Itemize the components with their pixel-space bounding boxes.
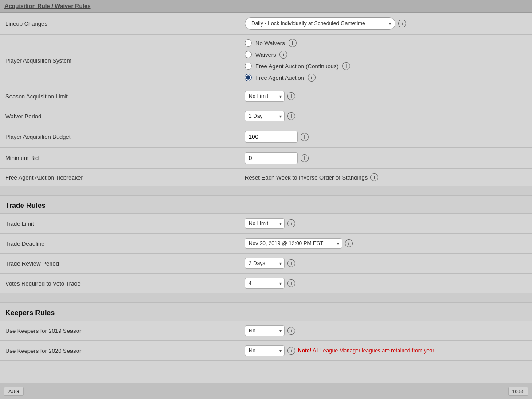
- radio-item-waivers: Waivers i: [245, 51, 527, 59]
- radio-waivers[interactable]: [245, 51, 252, 58]
- radio-item-faa: Free Agent Auction i: [245, 74, 527, 82]
- page-wrapper: Acquisition Rule / Waiver Rules Lineup C…: [0, 0, 532, 399]
- votes-required-info-icon[interactable]: i: [287, 279, 295, 287]
- keepers-2019-control: No Yes i: [239, 321, 532, 341]
- minimum-bid-input[interactable]: 0: [245, 152, 298, 164]
- waiver-period-control: 1 Day 2 Days3 Days i: [239, 106, 532, 126]
- waiver-period-info-icon[interactable]: i: [287, 112, 295, 120]
- votes-required-control: 4 356 i: [239, 274, 532, 293]
- faa-continuous-info-icon[interactable]: i: [342, 62, 350, 70]
- season-acquisition-info-icon[interactable]: i: [287, 92, 295, 100]
- waivers-info-icon[interactable]: i: [279, 51, 287, 59]
- radio-faa-continuous[interactable]: [245, 63, 252, 70]
- trade-deadline-dropdown-wrapper: Nov 20, 2019 @ 12:00 PM EST Nov 13, 2019…: [245, 238, 342, 249]
- trade-deadline-dropdown[interactable]: Nov 20, 2019 @ 12:00 PM EST Nov 13, 2019…: [245, 238, 342, 249]
- waiver-period-row: Waiver Period 1 Day 2 Days3 Days i: [0, 106, 532, 126]
- trade-limit-info-icon[interactable]: i: [287, 219, 295, 227]
- minimum-bid-label: Minimum Bid: [0, 148, 239, 169]
- keepers-2019-info-icon[interactable]: i: [287, 327, 295, 335]
- keepers-2020-dropdown[interactable]: No Yes: [245, 345, 285, 356]
- trade-review-dropdown[interactable]: 2 Days 1 Day3 Days: [245, 258, 285, 269]
- keepers-2020-info-icon[interactable]: i: [287, 347, 295, 355]
- lineup-changes-dropdown-wrapper: Daily - Lock individually at Scheduled G…: [245, 17, 395, 30]
- no-waivers-info-icon[interactable]: i: [289, 39, 297, 47]
- trade-deadline-controls: Nov 20, 2019 @ 12:00 PM EST Nov 13, 2019…: [245, 238, 527, 249]
- season-acquisition-dropdown-wrapper: No Limit 123 510: [245, 91, 285, 102]
- lineup-changes-row: Lineup Changes Daily - Lock individually…: [0, 13, 532, 35]
- trade-review-control: 2 Days 1 Day3 Days i: [239, 254, 532, 274]
- lineup-changes-dropdown[interactable]: Daily - Lock individually at Scheduled G…: [245, 17, 395, 30]
- note-text-content: All League Manager leagues are retained …: [313, 348, 438, 354]
- trade-rules-header: Trade Rules: [5, 202, 46, 209]
- season-acquisition-dropdown[interactable]: No Limit 123 510: [245, 91, 285, 102]
- trade-deadline-row: Trade Deadline Nov 20, 2019 @ 12:00 PM E…: [0, 234, 532, 254]
- trade-limit-dropdown-wrapper: No Limit 123: [245, 218, 285, 229]
- radio-item-no-waivers: No Waivers i: [245, 39, 527, 47]
- keepers-2020-control: No Yes i Note! All League Manager league…: [239, 341, 532, 361]
- radio-faa-label: Free Agent Auction: [255, 74, 304, 81]
- acquisition-budget-label: Player Acquisition Budget: [0, 126, 239, 148]
- page-title: Acquisition Rule / Waiver Rules: [4, 3, 91, 9]
- radio-faa[interactable]: [245, 74, 252, 81]
- taskbar-time: 10:55: [508, 387, 528, 396]
- faa-tiebreaker-info-icon[interactable]: i: [370, 173, 378, 181]
- divider-row-2: [0, 293, 532, 303]
- keepers-rules-header: Keepers Rules: [5, 309, 55, 317]
- radio-faa-continuous-label: Free Agent Auction (Continuous): [255, 63, 339, 70]
- faa-tiebreaker-label: Free Agent Auction Tiebreaker: [0, 169, 239, 186]
- votes-required-dropdown[interactable]: 4 356: [245, 278, 285, 289]
- votes-required-label: Votes Required to Veto Trade: [0, 274, 239, 293]
- top-header: Acquisition Rule / Waiver Rules: [0, 0, 532, 13]
- radio-no-waivers[interactable]: [245, 39, 252, 47]
- lineup-changes-controls: Daily - Lock individually at Scheduled G…: [245, 17, 527, 30]
- acquisition-budget-input[interactable]: 100: [245, 131, 298, 143]
- season-acquisition-control: No Limit 123 510 i: [239, 86, 532, 106]
- keepers-rules-section-row: Keepers Rules: [0, 303, 532, 321]
- trade-review-label: Trade Review Period: [0, 254, 239, 274]
- acquisition-budget-info-icon[interactable]: i: [301, 133, 309, 141]
- faa-info-icon[interactable]: i: [308, 74, 316, 82]
- keepers-2019-controls: No Yes i: [245, 325, 527, 336]
- minimum-bid-control: 0 i: [239, 148, 532, 169]
- trade-limit-dropdown[interactable]: No Limit 123: [245, 218, 285, 229]
- trade-review-info-icon[interactable]: i: [287, 259, 295, 267]
- lineup-changes-label: Lineup Changes: [0, 13, 239, 35]
- season-acquisition-controls: No Limit 123 510 i: [245, 91, 527, 102]
- keepers-2020-note: Note! All League Manager leagues are ret…: [298, 348, 438, 354]
- faa-tiebreaker-controls: Reset Each Week to Inverse Order of Stan…: [245, 173, 527, 181]
- season-acquisition-row: Season Acquisition Limit No Limit 123 51…: [0, 86, 532, 106]
- votes-required-dropdown-wrapper: 4 356: [245, 278, 285, 289]
- keepers-2020-dropdown-wrapper: No Yes: [245, 345, 285, 356]
- keepers-2019-row: Use Keepers for 2019 Season No Yes i: [0, 321, 532, 341]
- player-acquisition-row: Player Acquisition System No Waivers i W…: [0, 35, 532, 86]
- settings-table: Lineup Changes Daily - Lock individually…: [0, 13, 532, 361]
- radio-no-waivers-label: No Waivers: [255, 40, 285, 47]
- trade-limit-label: Trade Limit: [0, 214, 239, 234]
- trade-deadline-info-icon[interactable]: i: [345, 239, 353, 247]
- keepers-2019-label: Use Keepers for 2019 Season: [0, 321, 239, 341]
- votes-required-row: Votes Required to Veto Trade 4 356 i: [0, 274, 532, 293]
- keepers-2019-dropdown[interactable]: No Yes: [245, 325, 285, 336]
- keepers-2019-dropdown-wrapper: No Yes: [245, 325, 285, 336]
- trade-review-controls: 2 Days 1 Day3 Days i: [245, 258, 527, 269]
- player-acquisition-label: Player Acquisition System: [0, 35, 239, 86]
- faa-tiebreaker-value: Reset Each Week to Inverse Order of Stan…: [245, 174, 368, 181]
- faa-tiebreaker-control: Reset Each Week to Inverse Order of Stan…: [239, 169, 532, 186]
- lineup-changes-control: Daily - Lock individually at Scheduled G…: [239, 13, 532, 35]
- player-acquisition-radio-group: No Waivers i Waivers i Free Agent Auctio…: [245, 39, 527, 82]
- lineup-changes-info-icon[interactable]: i: [398, 20, 406, 27]
- minimum-bid-info-icon[interactable]: i: [301, 154, 309, 162]
- waiver-period-label: Waiver Period: [0, 106, 239, 126]
- taskbar: AUG 10:55: [0, 383, 532, 399]
- trade-rules-section-row: Trade Rules: [0, 196, 532, 214]
- taskbar-aug-label: AUG: [8, 389, 19, 394]
- radio-item-faa-continuous: Free Agent Auction (Continuous) i: [245, 62, 527, 70]
- note-label: Note!: [298, 348, 312, 354]
- taskbar-aug[interactable]: AUG: [4, 387, 24, 396]
- keepers-2020-controls: No Yes i Note! All League Manager league…: [245, 345, 527, 356]
- radio-waivers-label: Waivers: [255, 51, 276, 58]
- waiver-period-controls: 1 Day 2 Days3 Days i: [245, 111, 527, 121]
- trade-deadline-label: Trade Deadline: [0, 234, 239, 254]
- main-content: Lineup Changes Daily - Lock individually…: [0, 13, 532, 361]
- waiver-period-dropdown[interactable]: 1 Day 2 Days3 Days: [245, 111, 285, 121]
